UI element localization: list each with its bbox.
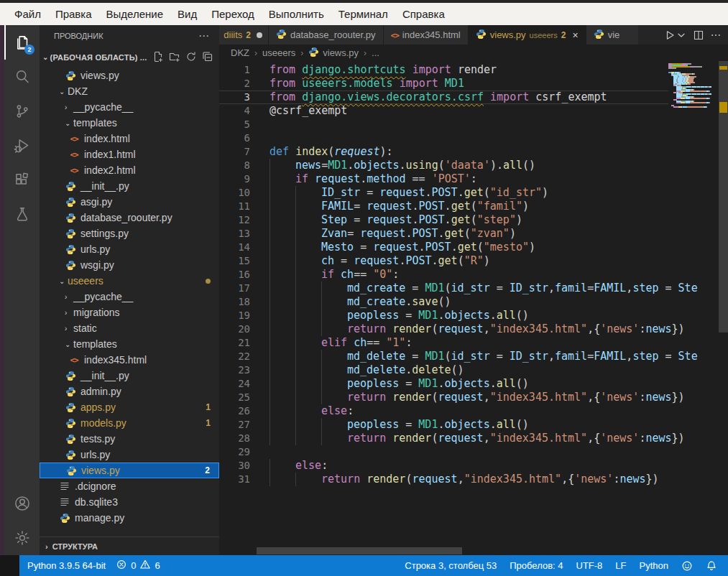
problems-indicator[interactable]: 06 — [111, 559, 165, 572]
tree-file-settings.py[interactable]: settings.py — [40, 226, 219, 241]
code-line-29: 29 — [219, 445, 719, 459]
tree-folder-__pycache__[interactable]: ›__pycache__ — [40, 99, 219, 115]
menu-Терминал[interactable]: Терминал — [331, 8, 395, 20]
tree-folder-DKZ[interactable]: ⌄DKZ — [40, 83, 219, 99]
tree-folder-__pycache__[interactable]: ›__pycache__ — [40, 289, 219, 305]
html-icon: <> — [391, 29, 399, 40]
line-content: @csrf_exempt — [250, 104, 347, 118]
menu-Переход[interactable]: Переход — [204, 8, 262, 20]
menu-Файл[interactable]: Файл — [7, 8, 48, 20]
breadcrumb-views.py[interactable]: views.py — [308, 47, 359, 60]
indent-guide — [269, 254, 295, 268]
vertical-scrollbar[interactable] — [719, 61, 728, 547]
line-number: 13 — [219, 227, 250, 241]
horizontal-scrollbar[interactable] — [257, 547, 462, 554]
tab-views.py[interactable]: views.pyuseeers2× — [469, 25, 586, 45]
breadcrumb-DKZ[interactable]: DKZ — [231, 47, 249, 58]
tab-index345.html[interactable]: <>index345.html — [384, 25, 469, 45]
line-number: 9 — [219, 172, 250, 186]
outline-section-header[interactable]: › СТРУКТУРА — [40, 536, 219, 555]
new-folder-icon[interactable] — [169, 51, 180, 64]
line-content: md_delete = MD1(id_str = ID_str,famil=FA… — [250, 350, 698, 363]
tree-item-label: index345.html — [84, 354, 147, 366]
tree-folder-templates[interactable]: ⌄templates — [40, 115, 219, 131]
run-debug-icon[interactable] — [4, 129, 40, 163]
more-actions-icon[interactable]: ⋯ — [198, 29, 209, 42]
testing-icon[interactable] — [4, 198, 40, 232]
tree-file-__init__.py[interactable]: __init__.py — [40, 178, 219, 194]
split-editor-icon[interactable] — [691, 27, 706, 43]
menu-Выделение[interactable]: Выделение — [99, 8, 170, 20]
collapse-all-icon[interactable] — [202, 51, 213, 64]
eol[interactable]: LF — [610, 560, 631, 571]
menu-Выполнить[interactable]: Выполнить — [262, 8, 331, 20]
feedback-icon[interactable] — [676, 560, 698, 572]
line-number: 3 — [219, 90, 250, 104]
tree-file-models.py[interactable]: models.py1 — [40, 415, 219, 431]
breadcrumb-...[interactable]: ... — [372, 47, 379, 58]
language-mode[interactable]: Python — [635, 560, 673, 571]
menu-Вид[interactable]: Вид — [170, 8, 204, 20]
tree-file-index2.html[interactable]: <>index2.html — [40, 162, 219, 178]
tree-file-index345.html[interactable]: <>index345.html — [40, 352, 219, 368]
more-icon[interactable] — [708, 27, 724, 43]
tree-file-tests.py[interactable]: tests.py — [40, 431, 219, 447]
source-control-icon[interactable] — [4, 94, 40, 129]
dirty-dot-icon — [257, 32, 262, 38]
tree-file-admin.py[interactable]: admin.py — [40, 384, 219, 399]
indent-guide — [269, 391, 295, 404]
new-file-icon[interactable] — [152, 51, 164, 64]
refresh-icon[interactable] — [185, 51, 197, 64]
tree-folder-useeers[interactable]: ⌄useeers — [40, 273, 219, 289]
code-line-10: 10ID_str = request.POST.get("id_str") — [219, 186, 719, 200]
cursor-position[interactable]: Строка 3, столбец 53 — [400, 560, 502, 571]
indentation[interactable]: Пробелов: 4 — [504, 560, 568, 571]
tree-file-views.py[interactable]: views.py — [40, 68, 219, 83]
code-editor[interactable]: 1from django.shortcuts import render2fro… — [219, 61, 719, 547]
tab-diiits[interactable]: diiits2 — [219, 25, 269, 45]
tab-label: vie — [608, 29, 620, 40]
code-line-17: 17md_create = MD1(id_str = ID_str,famil=… — [219, 282, 719, 295]
tree-folder-static[interactable]: ›static — [40, 320, 219, 336]
workspace-section-header[interactable]: ⌄ (РАБОЧАЯ ОБЛАСТЬ) ... — [40, 47, 219, 68]
run-dropdown-icon[interactable] — [673, 27, 689, 43]
tree-file-index1.html[interactable]: <>index1.html — [40, 147, 219, 162]
close-icon[interactable]: × — [572, 29, 578, 41]
code-line-2: 2from useeers.models import MD1 — [219, 77, 719, 90]
extensions-icon[interactable] — [4, 163, 40, 198]
code-line-25: 25return render(request,"index345.html",… — [219, 391, 719, 404]
line-number: 15 — [219, 254, 250, 268]
python-interpreter[interactable]: Python 3.9.5 64-bit — [22, 560, 111, 571]
tree-file-db.sqlite3[interactable]: db.sqlite3 — [40, 494, 219, 510]
tree-file-wsgi.py[interactable]: wsgi.py — [40, 257, 219, 273]
tree-file-index.html[interactable]: <>index.html — [40, 131, 219, 147]
line-content: Mesto = request.POST.get("mesto") — [250, 241, 535, 254]
indent-guide — [321, 282, 347, 295]
tree-folder-migrations[interactable]: ›migrations — [40, 305, 219, 320]
tree-item-label: templates — [73, 117, 117, 129]
minimap[interactable] — [668, 63, 719, 108]
tree-file-__init__.py[interactable]: __init__.py — [40, 368, 219, 384]
tree-file-manage.py[interactable]: manage.py — [40, 510, 219, 526]
menu-Справка[interactable]: Справка — [395, 8, 452, 20]
tab-vie[interactable]: vie — [586, 25, 638, 45]
tree-file-views.py[interactable]: views.py2 — [40, 463, 219, 478]
tree-folder-templates[interactable]: ⌄templates — [40, 336, 219, 352]
menu-Правка[interactable]: Правка — [48, 8, 99, 20]
python-icon — [276, 29, 287, 42]
search-icon[interactable] — [4, 60, 40, 94]
encoding[interactable]: UTF-8 — [571, 560, 608, 571]
settings-icon[interactable] — [4, 521, 40, 555]
tree-file-apps.py[interactable]: apps.py1 — [40, 399, 219, 415]
bell-icon[interactable] — [701, 560, 722, 572]
tree-file-urls.py[interactable]: urls.py — [40, 241, 219, 257]
tree-file-database_roouter.py[interactable]: database_roouter.py — [40, 210, 219, 226]
tree-item-label: views.py — [81, 465, 120, 476]
breadcrumb-useeers[interactable]: useeers — [262, 47, 295, 58]
explorer-icon[interactable]: 2 — [4, 25, 40, 60]
tab-database_roouter.py[interactable]: database_roouter.py — [269, 25, 384, 45]
tree-file-urls.py[interactable]: urls.py — [40, 447, 219, 463]
tree-file-asgi.py[interactable]: asgi.py — [40, 194, 219, 210]
tree-file-.dcignore[interactable]: .dcignore — [40, 478, 219, 494]
account-icon[interactable] — [4, 486, 40, 521]
